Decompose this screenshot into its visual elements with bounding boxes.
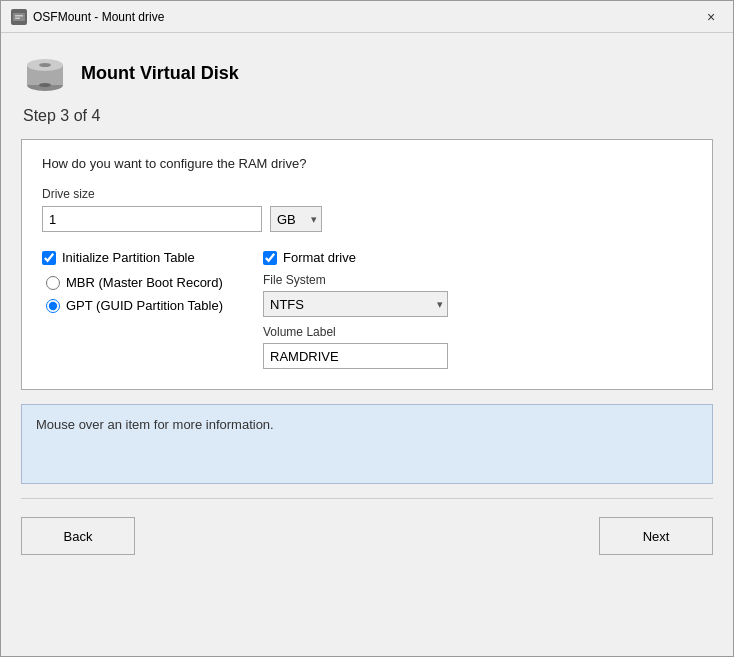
title-bar-left: OSFMount - Mount drive: [11, 9, 164, 25]
unit-select-wrapper: KB MB GB TB: [270, 206, 322, 232]
fs-label: File System: [263, 273, 448, 287]
mbr-label: MBR (Master Boot Record): [66, 275, 223, 290]
title-bar: OSFMount - Mount drive ×: [1, 1, 733, 33]
info-box: Mouse over an item for more information.: [21, 404, 713, 484]
back-button[interactable]: Back: [21, 517, 135, 555]
options-row: Initialize Partition Table MBR (Master B…: [42, 250, 692, 369]
svg-rect-0: [13, 13, 25, 21]
app-icon: [11, 9, 27, 25]
drive-size-label: Drive size: [42, 187, 692, 201]
gpt-radio[interactable]: [46, 299, 60, 313]
drive-size-group: Drive size KB MB GB TB: [42, 187, 692, 232]
format-drive-checkbox-label[interactable]: Format drive: [263, 250, 448, 265]
drive-size-input[interactable]: [42, 206, 262, 232]
volume-label-input[interactable]: [263, 343, 448, 369]
init-partition-checkbox-label[interactable]: Initialize Partition Table: [42, 250, 223, 265]
info-text: Mouse over an item for more information.: [36, 417, 274, 432]
format-drive-label: Format drive: [283, 250, 356, 265]
title-text: OSFMount - Mount drive: [33, 10, 164, 24]
svg-point-6: [39, 63, 51, 67]
format-drive-checkbox[interactable]: [263, 251, 277, 265]
mbr-radio-label[interactable]: MBR (Master Boot Record): [46, 275, 223, 290]
unit-select[interactable]: KB MB GB TB: [270, 206, 322, 232]
mbr-radio[interactable]: [46, 276, 60, 290]
footer: Back Next: [21, 513, 713, 559]
config-group: How do you want to configure the RAM dri…: [21, 139, 713, 390]
partition-type-group: MBR (Master Boot Record) GPT (GUID Parti…: [46, 275, 223, 313]
step-label: Step 3 of 4: [23, 107, 713, 125]
left-options: Initialize Partition Table MBR (Master B…: [42, 250, 223, 313]
close-button[interactable]: ×: [699, 5, 723, 29]
init-partition-checkbox[interactable]: [42, 251, 56, 265]
group-question: How do you want to configure the RAM dri…: [42, 156, 692, 171]
fs-select-wrapper: NTFS FAT32 exFAT: [263, 291, 448, 317]
next-button[interactable]: Next: [599, 517, 713, 555]
main-window: OSFMount - Mount drive × Mount Virtual D…: [0, 0, 734, 657]
gpt-label: GPT (GUID Partition Table): [66, 298, 223, 313]
separator: [21, 498, 713, 499]
vol-group: Volume Label: [263, 325, 448, 369]
header: Mount Virtual Disk: [21, 49, 713, 97]
fs-group: File System NTFS FAT32 exFAT: [263, 273, 448, 317]
right-options: Format drive File System NTFS FAT32 exFA…: [263, 250, 448, 369]
svg-rect-2: [15, 17, 20, 19]
fs-select[interactable]: NTFS FAT32 exFAT: [263, 291, 448, 317]
drive-size-inputs: KB MB GB TB: [42, 206, 692, 232]
svg-point-7: [39, 83, 51, 87]
content-area: Mount Virtual Disk Step 3 of 4 How do yo…: [1, 33, 733, 656]
svg-rect-1: [15, 15, 23, 17]
init-partition-label: Initialize Partition Table: [62, 250, 195, 265]
page-title: Mount Virtual Disk: [81, 63, 239, 84]
gpt-radio-label[interactable]: GPT (GUID Partition Table): [46, 298, 223, 313]
vol-label: Volume Label: [263, 325, 448, 339]
disk-icon: [21, 49, 69, 97]
